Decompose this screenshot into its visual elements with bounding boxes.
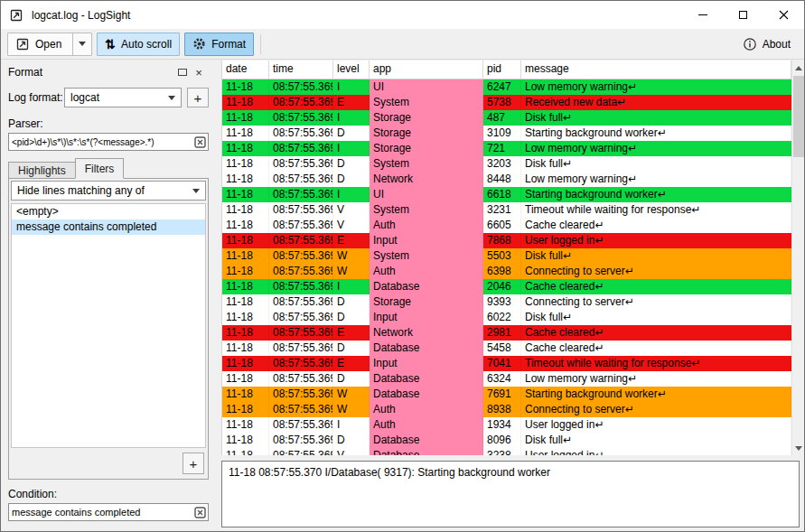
cell-message: Cache cleared↵ bbox=[521, 341, 791, 356]
vertical-scrollbar[interactable] bbox=[791, 61, 804, 455]
cell-level: V bbox=[333, 202, 370, 218]
log-row[interactable]: 11-1808:57:55.369WAuth6398Connecting to … bbox=[222, 264, 791, 279]
cell-app: Network bbox=[370, 172, 483, 187]
log-row[interactable]: 11-1808:57:55.369WSystem5503Disk full↵ bbox=[222, 248, 791, 264]
maximize-button[interactable] bbox=[723, 1, 763, 29]
cell-date: 11-18 bbox=[222, 79, 269, 95]
cell-level: E bbox=[333, 356, 370, 371]
column-header-time[interactable]: time bbox=[269, 61, 333, 79]
open-dropdown-button[interactable] bbox=[72, 33, 91, 55]
cell-date: 11-18 bbox=[222, 387, 269, 402]
log-format-select[interactable]: logcat bbox=[64, 88, 182, 107]
filter-list-item[interactable]: message contains completed bbox=[12, 219, 205, 235]
format-tabs: Highlights Filters bbox=[8, 158, 123, 179]
cell-pid: 6247 bbox=[483, 79, 521, 95]
autoscroll-toggle[interactable]: ⇅ Auto scroll bbox=[97, 33, 180, 56]
cell-time: 08:57:55.369 bbox=[269, 325, 333, 341]
cell-level: I bbox=[333, 187, 370, 202]
cell-pid: 2981 bbox=[483, 325, 521, 341]
cell-app: Storage bbox=[370, 110, 483, 126]
regex-icon[interactable] bbox=[194, 507, 206, 518]
condition-input[interactable] bbox=[9, 507, 194, 518]
cell-pid: 3109 bbox=[483, 126, 521, 141]
cell-date: 11-18 bbox=[222, 371, 269, 387]
format-label: Format bbox=[211, 38, 246, 51]
filter-mode-select[interactable]: Hide lines matching any of bbox=[11, 181, 206, 201]
cell-time: 08:57:55.369 bbox=[269, 202, 333, 218]
log-row[interactable]: 11-1808:57:55.369DStorage3109Starting ba… bbox=[222, 126, 791, 141]
log-row[interactable]: 11-1808:57:55.369VDatabase3238User logge… bbox=[222, 448, 791, 455]
cell-app: Auth bbox=[370, 402, 483, 417]
log-row[interactable]: 11-1808:57:55.369DDatabase5458Cache clea… bbox=[222, 341, 791, 356]
log-row[interactable]: 11-1808:57:55.369DDatabase8096Disk full↵ bbox=[222, 433, 791, 448]
cell-pid: 5458 bbox=[483, 341, 521, 356]
scroll-up-button[interactable] bbox=[792, 61, 805, 75]
filter-list-item[interactable]: <empty> bbox=[12, 204, 205, 219]
parser-input[interactable] bbox=[9, 137, 194, 147]
format-toggle[interactable]: Format bbox=[184, 33, 254, 56]
log-row[interactable]: 11-1808:57:55.369IStorage721Low memory w… bbox=[222, 141, 791, 156]
add-format-button[interactable]: + bbox=[187, 88, 209, 107]
log-row[interactable]: 11-1808:57:55.369ESystem5738Received new… bbox=[222, 95, 791, 110]
cell-level: D bbox=[333, 310, 370, 325]
float-panel-button[interactable] bbox=[174, 64, 191, 80]
detail-pane[interactable]: 11-18 08:57:55.370 I/Database( 9317): St… bbox=[221, 461, 800, 527]
log-row[interactable]: 11-1808:57:55.369DSystem3203Disk full↵ bbox=[222, 156, 791, 172]
detail-text: 11-18 08:57:55.370 I/Database( 9317): St… bbox=[229, 466, 550, 479]
format-panel-title: Format bbox=[8, 66, 42, 79]
log-row[interactable]: 11-1808:57:55.369VSystem3231Timeout whil… bbox=[222, 202, 791, 218]
log-row[interactable]: 11-1808:57:55.369DNetwork8448Low memory … bbox=[222, 172, 791, 187]
filters-pane: Hide lines matching any of <empty>messag… bbox=[8, 178, 209, 480]
regex-icon[interactable] bbox=[194, 136, 206, 148]
log-row[interactable]: 11-1808:57:55.369DInput6022Disk full↵ bbox=[222, 310, 791, 325]
filter-mode-value: Hide lines matching any of bbox=[17, 184, 145, 197]
cell-app: Database bbox=[370, 433, 483, 448]
cell-app: Storage bbox=[370, 126, 483, 141]
cell-message: Received new data↵ bbox=[521, 95, 791, 110]
open-icon bbox=[15, 37, 30, 51]
column-header-date[interactable]: date bbox=[222, 61, 269, 79]
log-row[interactable]: 11-1808:57:55.369IAuth1934User logged in… bbox=[222, 417, 791, 433]
log-row[interactable]: 11-1808:57:55.369DDatabase6324Low memory… bbox=[222, 371, 791, 387]
log-row[interactable]: 11-1808:57:55.369IDatabase2046Cache clea… bbox=[222, 279, 791, 294]
log-row[interactable]: 11-1808:57:55.369WDatabase7691Starting b… bbox=[222, 387, 791, 402]
log-row[interactable]: 11-1808:57:55.369VAuth6605Cache cleared↵ bbox=[222, 218, 791, 233]
cell-time: 08:57:55.369 bbox=[269, 448, 333, 455]
about-button[interactable]: About bbox=[735, 33, 798, 56]
log-row[interactable]: 11-1808:57:55.369EInput7868User logged i… bbox=[222, 233, 791, 248]
column-header-level[interactable]: level bbox=[333, 61, 370, 79]
cell-app: Auth bbox=[370, 417, 483, 433]
log-row[interactable]: 11-1808:57:55.369IUI6247Low memory warni… bbox=[222, 79, 791, 95]
minimize-icon bbox=[698, 14, 707, 15]
log-row[interactable]: 11-1808:57:55.369WAuth8938Connecting to … bbox=[222, 402, 791, 417]
open-button[interactable]: Open bbox=[7, 33, 92, 56]
cell-message: Disk full↵ bbox=[521, 248, 791, 264]
scrollbar-thumb[interactable] bbox=[793, 76, 804, 157]
app-window: logcat.log - LogSight Open bbox=[0, 0, 805, 532]
column-header-message[interactable]: message bbox=[521, 61, 791, 79]
arrow-up-icon bbox=[795, 66, 802, 70]
cell-pid: 5738 bbox=[483, 95, 521, 110]
minimize-button[interactable] bbox=[682, 1, 723, 29]
add-filter-button[interactable]: + bbox=[183, 453, 204, 474]
tab-filters[interactable]: Filters bbox=[75, 158, 125, 179]
cell-date: 11-18 bbox=[222, 248, 269, 264]
cell-date: 11-18 bbox=[222, 218, 269, 233]
close-button[interactable] bbox=[763, 1, 804, 29]
cell-pid: 6398 bbox=[483, 264, 521, 279]
cell-app: Input bbox=[370, 356, 483, 371]
tab-highlights[interactable]: Highlights bbox=[8, 162, 76, 179]
column-header-pid[interactable]: pid bbox=[483, 61, 521, 79]
log-row[interactable]: 11-1808:57:55.369EInput7041Timeout while… bbox=[222, 356, 791, 371]
cell-time: 08:57:55.369 bbox=[269, 141, 333, 156]
log-row[interactable]: 11-1808:57:55.369IStorage487Disk full↵ bbox=[222, 110, 791, 126]
log-row[interactable]: 11-1808:57:55.369ENetwork2981Cache clear… bbox=[222, 325, 791, 341]
cell-app: Input bbox=[370, 310, 483, 325]
log-format-value: logcat bbox=[70, 91, 99, 104]
close-panel-button[interactable]: × bbox=[191, 64, 207, 80]
column-header-app[interactable]: app bbox=[370, 61, 483, 79]
cell-message: Starting background worker↵ bbox=[521, 387, 791, 402]
log-row[interactable]: 11-1808:57:55.369IUI6618Starting backgro… bbox=[222, 187, 791, 202]
log-row[interactable]: 11-1808:57:55.369DStorage9393Connecting … bbox=[222, 294, 791, 310]
scroll-down-button[interactable] bbox=[792, 441, 805, 455]
